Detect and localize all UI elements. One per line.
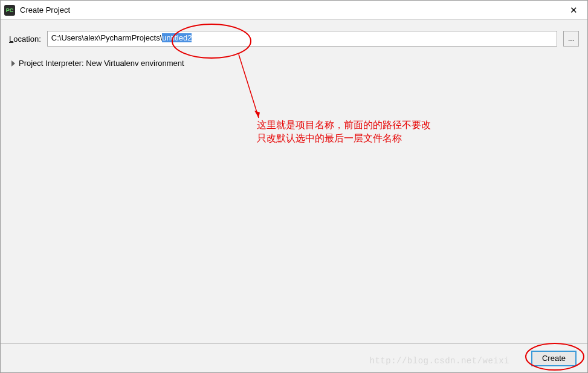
location-row: Location: C:\Users\alex\PycharmProjects\…: [9, 31, 579, 47]
location-input[interactable]: C:\Users\alex\PycharmProjects\untitled2: [47, 31, 557, 47]
location-label: Location:: [9, 34, 41, 44]
titlebar: PC Create Project ✕: [1, 1, 587, 20]
watermark: http://blog.csdn.net/weixi: [370, 356, 509, 366]
app-icon-text: PC: [6, 7, 14, 13]
interpreter-label: Project Interpreter: New Virtualenv envi…: [19, 59, 184, 68]
close-icon: ✕: [570, 5, 578, 16]
chevron-right-icon: [11, 60, 15, 66]
dialog-content: Location: C:\Users\alex\PycharmProjects\…: [1, 20, 587, 343]
interpreter-expander[interactable]: Project Interpreter: New Virtualenv envi…: [9, 59, 579, 68]
browse-button[interactable]: ...: [563, 31, 579, 47]
ellipsis-icon: ...: [568, 34, 574, 43]
location-selected-name: untitled2: [162, 33, 192, 42]
annotation-text: 这里就是项目名称，前面的的路径不要改 只改默认选中的最后一层文件名称: [257, 118, 431, 146]
create-button[interactable]: Create: [531, 351, 577, 366]
window-close-button[interactable]: ✕: [560, 1, 587, 20]
create-project-window: PC Create Project ✕ Location: C:\Users\a…: [0, 0, 588, 373]
location-input-wrap: C:\Users\alex\PycharmProjects\untitled2: [47, 31, 557, 47]
app-icon: PC: [4, 5, 15, 16]
window-title: Create Project: [20, 5, 70, 15]
